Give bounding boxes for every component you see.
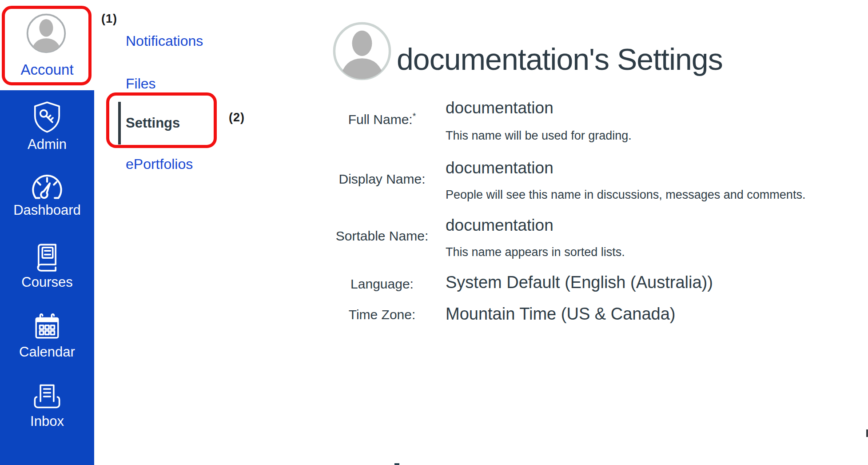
field-help-display-name: People will see this name in discussions… — [446, 188, 805, 202]
field-label-text: Full Name: — [348, 112, 413, 127]
annotation-step-1: (1) — [101, 12, 117, 26]
nav-item-label: Courses — [21, 275, 72, 289]
field-label-display-name: Display Name: — [324, 172, 440, 187]
nav-link-eportfolios[interactable]: ePortfolios — [126, 156, 193, 172]
nav-link-files[interactable]: Files — [126, 76, 156, 92]
nav-item-label: Dashboard — [13, 203, 81, 217]
nav-item-calendar[interactable]: Calendar — [0, 301, 94, 370]
page-title: documentation's Settings — [397, 43, 723, 76]
field-label-sortable-name: Sortable Name: — [324, 228, 440, 244]
nav-item-label: Calendar — [19, 345, 75, 359]
nav-item-courses[interactable]: Courses — [0, 231, 94, 301]
nav-item-dashboard[interactable]: Dashboard — [0, 161, 94, 231]
gauge-icon — [30, 175, 64, 200]
global-nav-rail: Admin Dashboard — [0, 90, 94, 465]
field-label-language: Language: — [324, 277, 440, 292]
shield-key-icon — [32, 101, 63, 134]
inbox-tray-icon — [32, 382, 62, 411]
clipped-content-artifact — [394, 463, 399, 465]
field-value-full-name: documentation — [446, 99, 553, 117]
field-value-display-name: documentation — [446, 159, 553, 177]
field-label-time-zone: Time Zone: — [324, 307, 440, 322]
nav-item-label: Inbox — [30, 414, 64, 428]
annotation-box-1 — [2, 6, 92, 85]
field-help-sortable-name: This name appears in sorted lists. — [446, 245, 625, 259]
required-asterisk: * — [413, 111, 416, 121]
annotation-box-2 — [106, 92, 217, 148]
calendar-icon — [32, 312, 62, 341]
field-value-time-zone: Mountain Time (US & Canada) — [446, 305, 675, 324]
canvas-user-settings-page: Account Admin — [0, 0, 868, 465]
annotation-step-2: (2) — [229, 111, 245, 124]
nav-item-admin[interactable]: Admin — [0, 91, 94, 161]
nav-link-notifications[interactable]: Notifications — [126, 33, 203, 49]
field-value-sortable-name: documentation — [446, 216, 553, 235]
nav-item-account[interactable]: Account — [0, 0, 94, 90]
global-nav: Account Admin — [0, 0, 94, 465]
nav-item-inbox[interactable]: Inbox — [0, 370, 94, 440]
book-icon — [33, 242, 61, 272]
clipped-content-artifact — [866, 429, 868, 437]
field-label-full-name: Full Name:* — [324, 111, 440, 127]
field-help-full-name: This name will be used for grading. — [446, 129, 632, 143]
field-value-language: System Default (English (Australia)) — [446, 273, 713, 292]
nav-item-label: Admin — [28, 137, 67, 151]
profile-avatar — [332, 21, 392, 81]
